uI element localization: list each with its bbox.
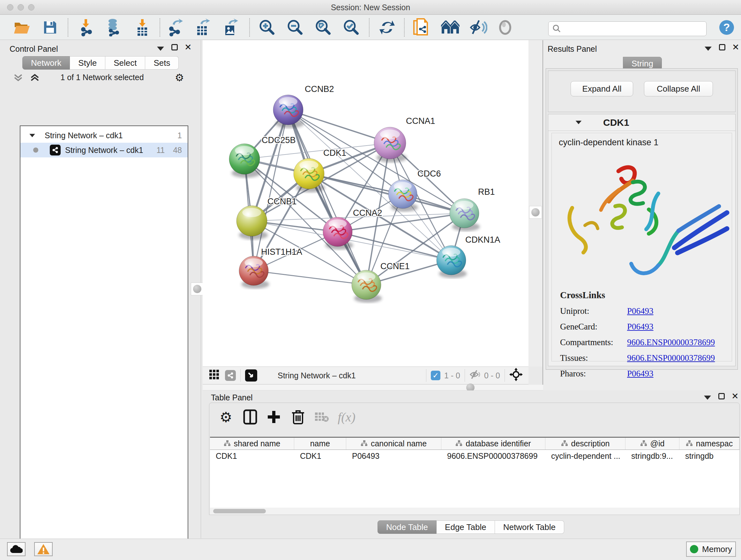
zoom-out-button[interactable] bbox=[285, 17, 305, 37]
close-panel-icon[interactable]: ✕ bbox=[185, 44, 192, 51]
grid-view-icon[interactable] bbox=[209, 369, 219, 381]
expand-all-networks-button[interactable] bbox=[29, 73, 44, 82]
column-header-database-identifier[interactable]: database identifier bbox=[441, 438, 545, 449]
pan-crosshair-icon[interactable] bbox=[509, 368, 523, 383]
edge-CCNB2-CCNE1[interactable] bbox=[288, 110, 366, 285]
delete-column-icon[interactable] bbox=[288, 408, 308, 427]
scrollbar-thumb[interactable] bbox=[213, 509, 266, 513]
table-cell[interactable]: CDK1 bbox=[294, 450, 346, 462]
preview-button[interactable] bbox=[495, 17, 515, 37]
column-header-namespac[interactable]: namespac bbox=[679, 438, 739, 449]
table-cell[interactable]: cyclin-dependent ... bbox=[545, 450, 625, 462]
table-options-gear-icon[interactable]: ⚙ bbox=[216, 408, 235, 427]
column-header-canonical-name[interactable]: canonical name bbox=[346, 438, 441, 449]
export-image-button[interactable] bbox=[221, 17, 241, 37]
memory-button[interactable]: Memory bbox=[686, 542, 736, 557]
show-columns-icon[interactable] bbox=[241, 408, 260, 427]
node-CCNA1[interactable]: CCNA1 bbox=[374, 116, 435, 163]
network-view-icon[interactable] bbox=[225, 370, 236, 381]
crosslink-pharos-link[interactable]: P06493 bbox=[627, 369, 654, 379]
network-collection-row[interactable]: String Network – cdk1 1 bbox=[20, 128, 188, 143]
export-network-button[interactable] bbox=[165, 17, 185, 37]
edge-HIST1H1A-CCNE1[interactable] bbox=[254, 271, 366, 285]
export-table-button[interactable] bbox=[193, 17, 213, 37]
tab-node-table[interactable]: Node Table bbox=[378, 520, 436, 534]
zoom-selected-button[interactable] bbox=[341, 17, 361, 37]
network-canvas[interactable]: CCNB2CCNA1CDC25BCDK1CDC6RB1CCNB1CCNA2CDK… bbox=[203, 40, 529, 367]
crosslink-uniprot-link[interactable]: P06493 bbox=[627, 306, 654, 316]
collapse-panel-icon[interactable] bbox=[704, 395, 711, 400]
copy-network-button[interactable] bbox=[411, 17, 431, 37]
hide-graphics-details-button[interactable] bbox=[468, 17, 488, 37]
crosslink-row: Compartments:9606.ENSP00000378699 bbox=[560, 337, 732, 348]
collapse-all-networks-button[interactable] bbox=[13, 73, 27, 82]
right-splitter[interactable] bbox=[529, 40, 543, 367]
tab-network-table[interactable]: Network Table bbox=[495, 520, 564, 534]
import-table-button[interactable] bbox=[132, 17, 152, 37]
zoom-fit-button[interactable] bbox=[313, 17, 333, 37]
apply-layout-button[interactable] bbox=[377, 17, 397, 37]
cloud-button[interactable] bbox=[7, 542, 25, 556]
left-splitter-handle[interactable] bbox=[191, 283, 204, 295]
edge-CCNB2-HIST1H1A[interactable] bbox=[254, 110, 288, 271]
table-cell[interactable]: stringdb:9... bbox=[625, 450, 679, 462]
table-cell[interactable]: stringdb bbox=[679, 450, 739, 462]
tab-sets[interactable]: Sets bbox=[145, 56, 179, 70]
close-panel-icon[interactable]: ✕ bbox=[732, 44, 739, 51]
search-box bbox=[548, 21, 706, 36]
crosslinks-section: CrossLinks Uniprot:P06493GeneCard:P06493… bbox=[560, 290, 732, 379]
node-RB1[interactable]: RB1 bbox=[450, 187, 495, 231]
tab-style[interactable]: Style bbox=[70, 56, 105, 70]
birdseye-view-icon[interactable] bbox=[245, 369, 257, 381]
create-column-icon[interactable] bbox=[264, 408, 283, 427]
save-session-button[interactable] bbox=[40, 17, 60, 37]
right-splitter-handle[interactable] bbox=[529, 206, 542, 219]
warnings-button[interactable] bbox=[34, 542, 53, 556]
column-header-shared-name[interactable]: shared name bbox=[210, 438, 294, 449]
help-button[interactable]: ? bbox=[717, 17, 737, 37]
node-CDC25B[interactable]: CDC25B bbox=[229, 135, 296, 178]
table-cell[interactable]: 9606.ENSP00000378699 bbox=[441, 450, 545, 462]
table-horizontal-scrollbar[interactable] bbox=[210, 508, 739, 515]
close-panel-icon[interactable]: ✕ bbox=[731, 393, 739, 399]
float-panel-icon[interactable] bbox=[719, 44, 725, 51]
collapse-panel-icon[interactable] bbox=[704, 47, 712, 51]
open-session-button[interactable] bbox=[12, 17, 32, 37]
network-graph[interactable]: CCNB2CCNA1CDC25BCDK1CDC6RB1CCNB1CCNA2CDK… bbox=[203, 40, 529, 367]
tab-network[interactable]: Network bbox=[22, 56, 70, 70]
node-table: shared namenamecanonical namedatabase id… bbox=[210, 437, 739, 508]
memory-label: Memory bbox=[702, 544, 732, 554]
table-cell[interactable]: CDK1 bbox=[210, 450, 294, 462]
selected-nodes-checkbox[interactable]: ✓ bbox=[431, 371, 441, 380]
expand-all-button[interactable]: Expand All bbox=[570, 81, 633, 97]
import-network-database-button[interactable] bbox=[104, 17, 123, 37]
node-CDK1[interactable]: CDK1 bbox=[293, 148, 346, 192]
node-CCNB1[interactable]: CCNB1 bbox=[237, 197, 297, 240]
collection-expander-icon[interactable] bbox=[29, 134, 35, 137]
collapse-panel-icon[interactable] bbox=[157, 47, 164, 51]
node-HIST1H1A[interactable]: HIST1H1A bbox=[239, 247, 302, 289]
import-network-file-button[interactable] bbox=[77, 17, 96, 37]
column-header-name[interactable]: name bbox=[294, 438, 346, 449]
float-panel-icon[interactable] bbox=[172, 44, 178, 51]
show-graphics-details-button[interactable] bbox=[441, 17, 460, 37]
crosslink-compartments-link[interactable]: 9606.ENSP00000378699 bbox=[627, 337, 715, 348]
tab-edge-table[interactable]: Edge Table bbox=[436, 520, 495, 534]
column-header--id[interactable]: @id bbox=[625, 438, 679, 449]
tab-select[interactable]: Select bbox=[105, 56, 145, 70]
zoom-in-button[interactable] bbox=[257, 17, 277, 37]
network-row-selected[interactable]: String Network – cdk1 11 48 bbox=[20, 143, 188, 158]
node-CDKN1A[interactable]: CDKN1A bbox=[436, 235, 500, 278]
collapse-all-button[interactable]: Collapse All bbox=[644, 81, 713, 97]
gene-section-expander-icon[interactable] bbox=[576, 121, 582, 124]
table-cell[interactable]: P06493 bbox=[346, 450, 441, 462]
column-header-description[interactable]: description bbox=[545, 438, 625, 449]
node-CCNE1[interactable]: CCNE1 bbox=[352, 261, 410, 303]
search-input[interactable] bbox=[561, 24, 698, 34]
float-panel-icon[interactable] bbox=[718, 393, 725, 399]
crosslink-tissues-link[interactable]: 9606.ENSP00000378699 bbox=[627, 353, 715, 363]
network-options-gear-icon[interactable]: ⚙ bbox=[175, 71, 184, 84]
table-row[interactable]: CDK1CDK1P064939606.ENSP00000378699cyclin… bbox=[210, 450, 739, 462]
crosslink-row: Pharos:P06493 bbox=[560, 369, 732, 379]
crosslink-genecard-link[interactable]: P06493 bbox=[627, 322, 654, 332]
